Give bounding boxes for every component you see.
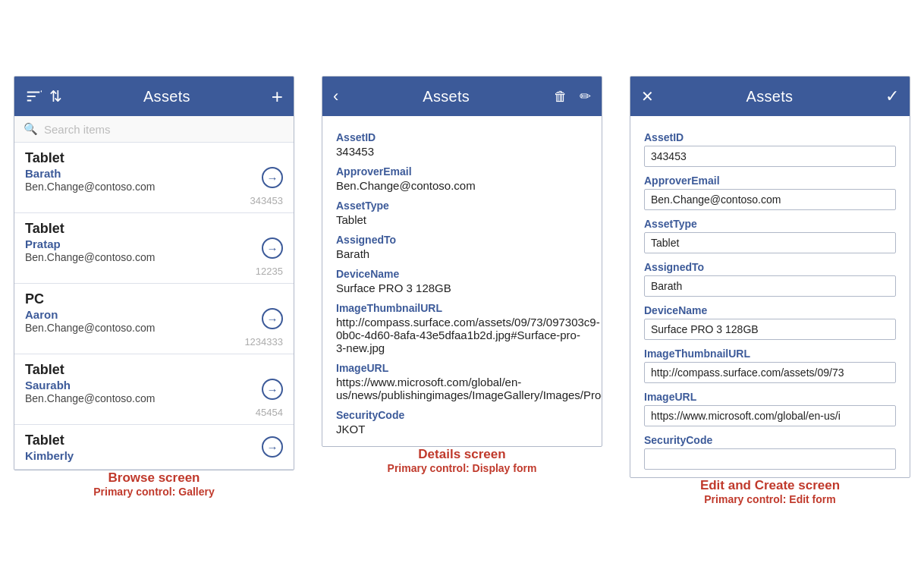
browse-header-title: Assets	[62, 88, 272, 105]
edit-label-1: ApproverEmail	[644, 175, 896, 187]
edit-icon[interactable]: ✏	[580, 88, 591, 105]
item-type: Tablet	[25, 432, 283, 448]
detail-value-0: 343453	[336, 145, 588, 158]
item-arrow[interactable]: →	[262, 237, 283, 259]
check-icon[interactable]: ✓	[885, 86, 899, 106]
item-person: Saurabh	[25, 379, 283, 392]
item-email: Ben.Change@contoso.com	[25, 251, 283, 263]
details-screen-wrapper: ‹ Assets 🗑 ✏ AssetID343453ApproverEmailB…	[322, 76, 602, 474]
item-email: Ben.Change@contoso.com	[25, 392, 283, 404]
edit-input-6[interactable]	[644, 405, 896, 426]
item-type: Tablet	[25, 362, 283, 378]
edit-input-4[interactable]	[644, 319, 896, 340]
list-item[interactable]: Tablet Pratap Ben.Change@contoso.com 122…	[14, 213, 294, 284]
detail-label-7: SecurityCode	[336, 409, 588, 421]
edit-label-3: AssignedTo	[644, 261, 896, 273]
sort-icon-group[interactable]: ⇅	[25, 87, 62, 105]
item-person: Kimberly	[25, 449, 283, 462]
browse-header: ⇅ Assets +	[14, 77, 294, 116]
item-email: Ben.Change@contoso.com	[25, 181, 283, 193]
edit-label-6: ImageURL	[644, 391, 896, 403]
back-icon-group[interactable]: ‹	[333, 86, 338, 106]
item-type: Tablet	[25, 221, 283, 237]
sort-unicode-icon[interactable]: ⇅	[49, 87, 62, 105]
edit-screen-wrapper: ✕ Assets ✓ AssetIDApproverEmailAssetType…	[630, 76, 910, 505]
list-item[interactable]: PC Aaron Ben.Change@contoso.com 1234333 …	[14, 284, 294, 354]
back-icon[interactable]: ‹	[333, 86, 338, 106]
item-type: PC	[25, 291, 283, 307]
item-id: 1234333	[25, 336, 283, 348]
item-arrow[interactable]: →	[262, 436, 283, 458]
item-arrow[interactable]: →	[262, 167, 283, 188]
item-person: Barath	[25, 167, 283, 180]
add-icon-group[interactable]: +	[272, 85, 283, 109]
edit-body: AssetIDApproverEmailAssetTypeAssignedToD…	[630, 116, 910, 477]
edit-input-7[interactable]	[644, 448, 896, 470]
details-caption-sub: Primary control: Display form	[322, 462, 602, 474]
close-icon-group[interactable]: ✕	[641, 87, 654, 105]
detail-value-6: https://www.microsoft.com/global/en-us/n…	[336, 376, 588, 401]
browse-screen: ⇅ Assets + 🔍 Search items Tablet Barath …	[14, 76, 294, 470]
add-icon[interactable]: +	[272, 85, 283, 109]
search-icon: 🔍	[24, 122, 38, 136]
detail-label-1: ApproverEmail	[336, 165, 588, 178]
details-caption: Details screen Primary control: Display …	[322, 447, 602, 474]
search-bar[interactable]: 🔍 Search items	[14, 116, 294, 143]
browse-screen-wrapper: ⇅ Assets + 🔍 Search items Tablet Barath …	[14, 76, 294, 498]
edit-input-3[interactable]	[644, 275, 896, 297]
screens-row: ⇅ Assets + 🔍 Search items Tablet Barath …	[0, 58, 924, 505]
edit-input-1[interactable]	[644, 189, 896, 210]
edit-label-7: SecurityCode	[644, 434, 896, 446]
item-id: 12235	[25, 266, 283, 277]
item-arrow[interactable]: →	[262, 308, 283, 329]
edit-input-2[interactable]	[644, 232, 896, 253]
list-item[interactable]: Tablet Barath Ben.Change@contoso.com 343…	[14, 143, 294, 213]
edit-header-title: Assets	[654, 88, 885, 105]
detail-value-1: Ben.Change@contoso.com	[336, 179, 588, 192]
edit-screen: ✕ Assets ✓ AssetIDApproverEmailAssetType…	[630, 76, 910, 478]
item-type: Tablet	[25, 150, 283, 166]
list-item[interactable]: Tablet Saurabh Ben.Change@contoso.com 45…	[14, 354, 294, 425]
edit-caption-sub: Primary control: Edit form	[630, 493, 910, 505]
detail-label-2: AssetType	[336, 200, 588, 212]
detail-label-3: AssignedTo	[336, 234, 588, 246]
detail-value-7: JKOT	[336, 423, 588, 436]
details-body: AssetID343453ApproverEmailBen.Change@con…	[322, 116, 602, 446]
item-person: Pratap	[25, 237, 283, 250]
edit-label-2: AssetType	[644, 218, 896, 230]
details-screen: ‹ Assets 🗑 ✏ AssetID343453ApproverEmailB…	[322, 76, 602, 447]
browse-caption: Browse screen Primary control: Gallery	[14, 470, 294, 498]
delete-icon[interactable]: 🗑	[554, 89, 567, 105]
detail-value-5: http://compass.surface.com/assets/09/73/…	[336, 316, 588, 354]
item-arrow[interactable]: →	[262, 379, 283, 400]
details-header: ‹ Assets 🗑 ✏	[322, 77, 602, 116]
edit-caption: Edit and Create screen Primary control: …	[630, 478, 910, 505]
detail-value-4: Surface PRO 3 128GB	[336, 282, 588, 294]
item-email: Ben.Change@contoso.com	[25, 322, 283, 334]
browse-caption-title: Browse screen	[14, 470, 294, 486]
details-action-icons: 🗑 ✏	[554, 88, 591, 105]
details-caption-title: Details screen	[322, 447, 602, 462]
details-header-title: Assets	[338, 88, 554, 105]
search-placeholder: Search items	[44, 123, 111, 136]
item-id: 45454	[25, 407, 283, 418]
item-id: 343453	[25, 195, 283, 206]
browse-caption-sub: Primary control: Gallery	[14, 486, 294, 498]
detail-label-5: ImageThumbnailURL	[336, 302, 588, 314]
edit-label-4: DeviceName	[644, 304, 896, 316]
sort-icon	[25, 88, 42, 105]
edit-header: ✕ Assets ✓	[630, 77, 910, 116]
item-person: Aaron	[25, 308, 283, 321]
edit-input-0[interactable]	[644, 146, 896, 167]
edit-label-0: AssetID	[644, 131, 896, 143]
list-item[interactable]: Tablet Kimberly →	[14, 425, 294, 470]
detail-value-3: Barath	[336, 247, 588, 260]
edit-caption-title: Edit and Create screen	[630, 478, 910, 493]
check-icon-group[interactable]: ✓	[885, 86, 899, 106]
close-icon[interactable]: ✕	[641, 87, 654, 105]
browse-list: Tablet Barath Ben.Change@contoso.com 343…	[14, 143, 294, 470]
edit-label-5: ImageThumbnailURL	[644, 348, 896, 360]
detail-label-6: ImageURL	[336, 362, 588, 374]
edit-input-5[interactable]	[644, 362, 896, 383]
detail-value-2: Tablet	[336, 213, 588, 226]
